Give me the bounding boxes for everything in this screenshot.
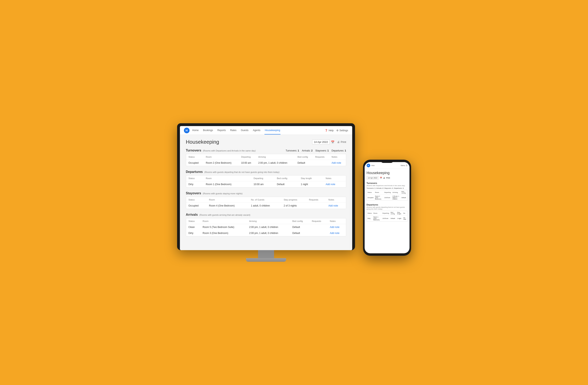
nav-reports[interactable]: Reports — [217, 126, 226, 135]
ph-cell-arriving: 2:00 pm, 1 adult, 0 children — [392, 195, 401, 201]
ph-cell-room: Room 1 (One Bedroom) — [373, 215, 382, 222]
cell-notes: Add note — [323, 181, 346, 188]
stayovers-subtitle: (Rooms with guests staying more nights) — [203, 192, 243, 195]
phone-turnovers-count: Turnovers: 1 — [367, 187, 376, 189]
arrivals-subtitle: (Rooms with guests arriving that are alr… — [199, 214, 250, 216]
nav-guests[interactable]: Guests — [240, 126, 249, 135]
departures-header: Departures (Rooms with guests departing … — [186, 170, 346, 174]
arrivals-table: Status Room Arriving Bed config Requests… — [186, 218, 346, 236]
ph-th-status: Status — [367, 211, 373, 215]
ph-th-departing: Departing — [382, 211, 390, 215]
stayovers-table: Status Room No. of Guests Stay progress … — [186, 197, 346, 209]
th-room: Room — [203, 175, 251, 181]
nav-home[interactable]: Home — [192, 126, 199, 135]
phone-arrivals-count: Arrivals: 2 — [376, 187, 383, 189]
date-value[interactable]: 14 Apr 2022 — [312, 139, 330, 144]
hamburger-icon: ☰ — [406, 164, 407, 167]
calendar-icon[interactable]: 📅 — [331, 140, 334, 144]
th-num-guests: No. of Guests — [249, 197, 281, 203]
cell-notes: Add note — [326, 203, 346, 209]
phone-page-title: Housekeeping — [367, 171, 407, 175]
cell-notes: Add note — [327, 224, 346, 230]
menu-label: Menu — [401, 164, 405, 167]
date-picker: 14 Apr 2022 📅 — [312, 139, 334, 144]
settings-button[interactable]: ⚙ Settings — [336, 129, 348, 132]
phone-navbar: H Hon Menu ☰ — [365, 162, 409, 169]
th-requests: Requests — [313, 154, 329, 160]
phone-logo: H — [367, 164, 370, 167]
help-button[interactable]: ❓ Help — [325, 129, 334, 132]
phone-turnovers-subtitle: (Rooms with Departures and Arrivals in t… — [367, 185, 407, 187]
ph-cell-bed: Default — [401, 195, 407, 201]
departures-count: Departures: 1 — [332, 149, 346, 152]
cell-bed-config: Default — [290, 230, 309, 236]
print-button[interactable]: 🖨 Print — [337, 140, 346, 143]
phone-departures-section: Departures (Rooms with guests departing … — [367, 203, 407, 222]
add-note-link[interactable]: Add note — [330, 226, 339, 229]
ph-cell-stay: 1 night — [396, 215, 402, 222]
turnovers-section: Turnovers (Rooms with Departures and Arr… — [186, 149, 346, 166]
add-note-link[interactable]: Add note — [330, 232, 339, 234]
phone-departures-subtitle: (Rooms with guests departing that do not… — [367, 206, 407, 210]
cell-requests — [309, 224, 327, 230]
ph-th-stay: Stay length — [396, 211, 402, 215]
th-bed-config: Bed config — [274, 175, 298, 181]
cell-notes: Add note — [329, 160, 346, 166]
stayovers-title: Stayovers — [186, 192, 201, 195]
th-stay-length: Stay length — [298, 175, 323, 181]
ph-cell-room: Room 2 (One Bedroom) — [374, 195, 383, 201]
th-status: Status — [186, 175, 204, 181]
ph-cell-dep: 10:00 am — [382, 215, 390, 222]
phone-date-value[interactable]: 14 Apr 2022 — [367, 176, 379, 179]
table-row: Occupied Room 4 (One Bedroom) 1 adult, 0… — [186, 203, 346, 209]
th-notes: Notes — [329, 154, 346, 160]
cell-num-guests: 1 adult, 0 children — [249, 203, 281, 209]
phone-nav-home[interactable]: Hon — [371, 164, 375, 167]
th-notes: Notes — [323, 175, 346, 181]
stayovers-section: Stayovers (Rooms with guests staying mor… — [186, 192, 346, 209]
phone-date-row: 14 Apr 2022 📅 🖨 Print — [367, 176, 407, 179]
cell-notes: Add note — [327, 230, 346, 236]
add-note-link[interactable]: Add note — [328, 204, 338, 207]
th-departing: Departing — [251, 175, 274, 181]
settings-icon: ⚙ — [336, 129, 338, 132]
page-header: Housekeeping 14 Apr 2022 📅 🖨 Print — [186, 139, 346, 145]
cell-arriving: 2:00 pm, 1 adult, 0 children — [256, 160, 295, 166]
print-label: Print — [341, 140, 346, 143]
phone-notch — [381, 160, 393, 163]
cell-room: Room 1 (One Bedroom) — [203, 181, 251, 188]
phone-nav-menu[interactable]: Menu ☰ — [401, 164, 407, 167]
turnovers-subtitle: (Rooms with Departures and Arrivals in t… — [203, 150, 256, 152]
cell-requests — [313, 160, 329, 166]
ph-th-arriving: Arriving — [392, 190, 401, 195]
phone-calendar-icon[interactable]: 📅 — [380, 177, 382, 179]
cell-room: Room 2 (One Bedroom) — [203, 160, 239, 166]
cell-status: Occupied — [186, 160, 204, 166]
nav-housekeeping[interactable]: Housekeeping — [264, 126, 281, 135]
ph-cell-status: Occupied — [367, 195, 374, 201]
ph-th-departing: Departing — [383, 190, 392, 195]
turnovers-table-card: Status Room Departing Arriving Bed confi… — [186, 154, 346, 166]
nav-rates[interactable]: Rates — [230, 126, 237, 135]
phone-dep-thead: Status Room Departing Bed config Stay le… — [367, 211, 407, 215]
cell-departing: 10:00 am — [239, 160, 256, 166]
phone-turnovers-stats: Turnovers: 1 Arrivals: 2 Stayovers: 1 De… — [367, 187, 407, 189]
phone-main: Housekeeping 14 Apr 2022 📅 🖨 Print Turno… — [365, 169, 409, 253]
settings-label: Settings — [339, 129, 348, 132]
help-icon: ❓ — [325, 129, 328, 132]
phone-print-label: Print — [386, 177, 390, 179]
nav-agents[interactable]: Agents — [252, 126, 261, 135]
cell-status: Dirty — [186, 181, 204, 188]
ph-cell-status: Dirty — [367, 215, 373, 222]
ph-cell-note[interactable]: Ad note — [402, 215, 407, 222]
ph-th-room: Room — [373, 211, 382, 215]
th-requests: Requests — [309, 218, 327, 224]
nav-bookings[interactable]: Bookings — [203, 126, 213, 135]
cell-requests — [307, 203, 326, 209]
add-note-link[interactable]: Add note — [332, 161, 341, 164]
add-note-link[interactable]: Add note — [326, 183, 335, 186]
phone-stayovers-count: Stayovers: 1 — [384, 187, 393, 189]
phone-turnovers-table: Status Room Departing Arriving Bed confi… — [367, 190, 407, 201]
cell-stay-progress: 2 of 3 nights — [281, 203, 307, 209]
turnovers-stats: Turnovers: 1 Arrivals: 2 Stayovers: 1 De… — [286, 149, 346, 152]
